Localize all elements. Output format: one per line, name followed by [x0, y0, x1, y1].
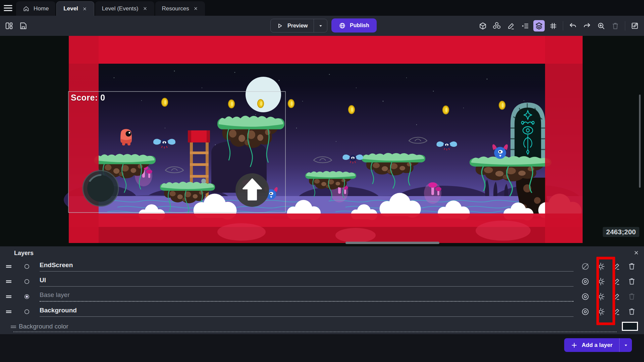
drag-handle-icon[interactable]	[5, 308, 13, 316]
project-manager-icon[interactable]	[3, 20, 15, 32]
lighting-sun-icon[interactable]	[595, 261, 606, 272]
undo-icon[interactable]	[567, 20, 579, 32]
editor-toolbar: Preview Publish	[0, 16, 644, 36]
edit-layer-icon[interactable]	[610, 306, 622, 317]
close-icon[interactable]	[193, 6, 198, 11]
layer-radio[interactable]	[23, 263, 30, 270]
delete-layer-icon[interactable]	[626, 261, 637, 272]
arch-portal	[511, 103, 545, 160]
lighting-sun-icon[interactable]	[595, 276, 606, 287]
instances-list-icon[interactable]	[519, 20, 531, 32]
moon	[246, 77, 281, 112]
publish-button[interactable]: Publish	[331, 18, 377, 33]
globe-icon	[339, 22, 346, 29]
jump-button	[235, 173, 269, 207]
red-box-platform	[188, 130, 210, 142]
horizontal-scrollbar[interactable]	[345, 242, 439, 244]
grid-icon[interactable]	[547, 20, 559, 32]
tab-label: Level (Events)	[102, 5, 139, 12]
delete-layer-icon-disabled	[626, 291, 637, 302]
add-object-icon[interactable]	[477, 20, 488, 32]
preview-options-button[interactable]	[314, 19, 327, 32]
add-layer-button[interactable]: Add a layer	[564, 338, 632, 352]
layer-radio[interactable]	[23, 278, 30, 285]
layer-radio-selected[interactable]	[23, 293, 30, 300]
home-icon	[23, 5, 30, 12]
vertical-scrollbar[interactable]	[639, 95, 641, 188]
close-icon[interactable]	[143, 6, 148, 11]
objects-list-icon[interactable]	[491, 20, 502, 32]
visibility-on-icon[interactable]	[580, 276, 591, 287]
visibility-on-icon[interactable]	[580, 291, 591, 302]
main-menu-button[interactable]	[0, 0, 16, 16]
delete-layer-icon[interactable]	[626, 276, 637, 287]
tab-home[interactable]: Home	[16, 1, 55, 16]
mushrooms	[424, 182, 441, 204]
visibility-on-icon[interactable]	[580, 306, 591, 317]
drag-handle-icon[interactable]	[5, 293, 13, 301]
layer-row-base-layer: Base layer	[0, 289, 644, 304]
edit-scene-properties-icon[interactable]	[629, 20, 641, 32]
zoom-in-icon[interactable]	[595, 20, 607, 32]
layer-row-endscreen: EndScreen	[0, 259, 644, 274]
layer-row-ui: UI	[0, 274, 644, 289]
lighting-sun-icon[interactable]	[595, 291, 606, 302]
drag-handle-icon[interactable]	[5, 278, 13, 286]
scene-canvas[interactable]: Score: 0 2463;200	[0, 36, 644, 246]
tab-level-events[interactable]: Level (Events)	[95, 1, 154, 16]
tab-label: Level	[63, 5, 78, 12]
tab-bar: Home Level Level (Events) Resources	[0, 0, 644, 16]
tab-label: Home	[34, 5, 49, 12]
layer-row-background: Background	[0, 304, 644, 319]
drag-handle-icon[interactable]	[5, 262, 13, 270]
lighting-sun-icon[interactable]	[595, 306, 606, 317]
background-color-swatch[interactable]	[622, 322, 638, 331]
edit-pencil-icon[interactable]	[505, 20, 517, 32]
edit-layer-icon[interactable]	[610, 276, 622, 287]
toolbar-divider	[563, 21, 563, 31]
toolbar-divider	[625, 21, 625, 31]
virtual-joystick	[83, 171, 118, 206]
tab-resources[interactable]: Resources	[155, 1, 205, 16]
edit-layer-icon[interactable]	[610, 261, 622, 272]
layers-panel-close-icon[interactable]	[632, 248, 641, 257]
delete-icon[interactable]	[609, 20, 621, 32]
close-icon[interactable]	[82, 6, 87, 11]
add-layer-label: Add a layer	[582, 342, 612, 349]
layers-panel-icon[interactable]	[533, 20, 545, 32]
preview-label: Preview	[287, 23, 308, 29]
add-layer-options-button[interactable]	[619, 338, 632, 352]
preview-button[interactable]: Preview	[270, 19, 327, 33]
tab-label: Resources	[162, 5, 189, 12]
score-text: Score: 0	[71, 93, 105, 103]
edit-layer-icon[interactable]	[610, 291, 622, 302]
redo-icon[interactable]	[581, 20, 593, 32]
save-icon[interactable]	[17, 20, 29, 32]
drag-handle-icon	[9, 323, 18, 331]
play-icon	[277, 22, 283, 29]
layers-panel: Layers EndScreen UI Base layer	[0, 246, 644, 334]
publish-label: Publish	[350, 22, 369, 28]
game-scene	[0, 36, 644, 246]
delete-layer-icon[interactable]	[626, 306, 637, 317]
layers-panel-title: Layers	[14, 250, 34, 257]
plus-icon	[571, 342, 578, 349]
visibility-off-icon[interactable]	[580, 261, 591, 272]
layer-name-field[interactable]: UI	[40, 277, 574, 287]
layer-radio[interactable]	[23, 308, 30, 315]
layer-name-field[interactable]: EndScreen	[40, 261, 574, 272]
pebble	[201, 179, 206, 183]
background-color-row: Background color	[0, 321, 644, 333]
panel-footer: Add a layer	[0, 334, 644, 362]
layer-name-field[interactable]: Background	[40, 307, 574, 317]
background-color-label: Background color	[19, 323, 68, 330]
row-underline	[13, 331, 616, 332]
layer-name-field[interactable]: Base layer	[40, 291, 574, 302]
cursor-coordinates-badge: 2463;200	[603, 227, 639, 237]
tab-level[interactable]: Level	[56, 1, 94, 16]
